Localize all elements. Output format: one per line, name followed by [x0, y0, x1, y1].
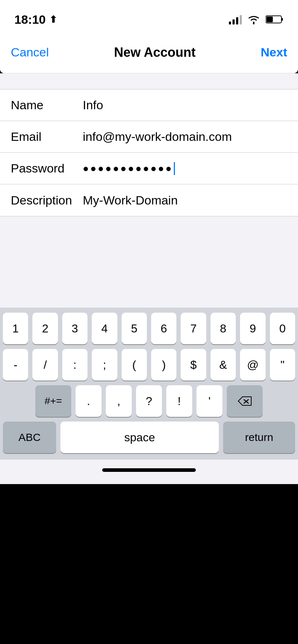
key-return[interactable]: return [223, 422, 295, 453]
key-at[interactable]: @ [240, 349, 265, 381]
status-icons [229, 14, 284, 24]
page-title: New Account [114, 45, 196, 60]
password-value[interactable]: ●●●●●●●●●●●● [83, 162, 287, 175]
signal-icon [229, 14, 242, 24]
email-label: Email [11, 130, 83, 144]
keyboard-row-special: #+= . , ? ! ' [3, 385, 295, 417]
password-label: Password [11, 161, 83, 175]
status-time: 18:10 ⬆ [14, 13, 57, 27]
empty-area [0, 216, 298, 308]
key-2[interactable]: 2 [32, 313, 58, 344]
home-indicator-area [0, 460, 298, 484]
key-lparen[interactable]: ( [122, 349, 147, 381]
cancel-button[interactable]: Cancel [11, 45, 49, 59]
key-slash[interactable]: / [32, 349, 58, 381]
key-semicolon[interactable]: ; [92, 349, 117, 381]
key-apostrophe[interactable]: ' [197, 385, 222, 417]
key-3[interactable]: 3 [62, 313, 87, 344]
key-5[interactable]: 5 [122, 313, 147, 344]
key-abc[interactable]: ABC [3, 422, 56, 453]
nav-bar: Cancel New Account Next [0, 32, 298, 73]
key-ampersand[interactable]: & [211, 349, 236, 381]
svg-rect-5 [281, 18, 283, 21]
backspace-icon [237, 395, 253, 407]
key-6[interactable]: 6 [151, 313, 176, 344]
key-8[interactable]: 8 [211, 313, 236, 344]
home-indicator [102, 468, 196, 472]
form-row-name: Name Info [0, 89, 298, 121]
svg-rect-0 [229, 22, 231, 24]
account-form: Name Info Email info@my-work-domain.com … [0, 89, 298, 216]
description-value[interactable]: My-Work-Domain [83, 193, 287, 207]
key-9[interactable]: 9 [240, 313, 265, 344]
key-1[interactable]: 1 [3, 313, 28, 344]
key-dquote[interactable]: " [270, 349, 295, 381]
description-label: Description [11, 193, 83, 207]
key-4[interactable]: 4 [92, 313, 117, 344]
key-comma[interactable]: , [106, 385, 132, 417]
status-bar: 18:10 ⬆ [0, 0, 298, 32]
form-spacer-top [0, 73, 298, 89]
form-row-email: Email info@my-work-domain.com [0, 121, 298, 153]
key-space[interactable]: space [60, 422, 219, 453]
key-exclaim[interactable]: ! [166, 385, 192, 417]
key-rparen[interactable]: ) [151, 349, 176, 381]
keyboard-row-numbers: 1 2 3 4 5 6 7 8 9 0 [3, 313, 295, 344]
location-arrow-icon: ⬆ [49, 14, 57, 25]
key-7[interactable]: 7 [181, 313, 206, 344]
text-cursor [174, 162, 175, 175]
form-row-description: Description My-Work-Domain [0, 184, 298, 216]
svg-rect-1 [232, 19, 235, 24]
email-value[interactable]: info@my-work-domain.com [83, 130, 287, 144]
wifi-icon [247, 14, 261, 24]
svg-rect-3 [240, 15, 242, 24]
keyboard-row-symbols: - / : ; ( ) $ & @ " [3, 349, 295, 381]
next-button[interactable]: Next [261, 45, 287, 59]
svg-rect-2 [236, 17, 238, 24]
key-period[interactable]: . [76, 385, 101, 417]
key-dollar[interactable]: $ [181, 349, 206, 381]
name-value[interactable]: Info [83, 98, 287, 112]
time-display: 18:10 [14, 13, 46, 27]
form-row-password: Password ●●●●●●●●●●●● [0, 153, 298, 184]
key-hashtag-mode[interactable]: #+= [35, 385, 71, 417]
name-label: Name [11, 98, 83, 112]
key-question[interactable]: ? [136, 385, 162, 417]
keyboard: 1 2 3 4 5 6 7 8 9 0 - / : ; ( ) $ & @ " … [0, 308, 298, 460]
key-0[interactable]: 0 [270, 313, 295, 344]
keyboard-row-bottom: ABC space return [3, 422, 295, 453]
svg-rect-6 [266, 17, 273, 22]
key-dash[interactable]: - [3, 349, 28, 381]
battery-icon [266, 15, 284, 24]
backspace-key[interactable] [227, 385, 263, 417]
key-colon[interactable]: : [62, 349, 87, 381]
